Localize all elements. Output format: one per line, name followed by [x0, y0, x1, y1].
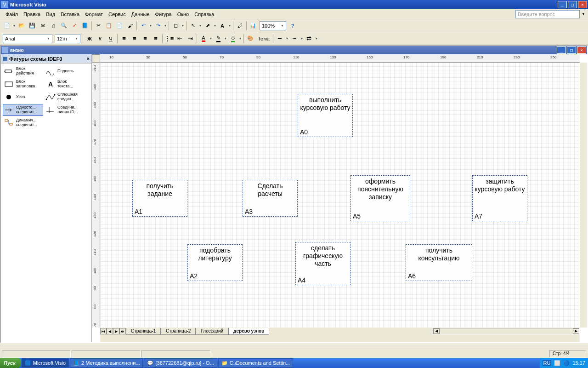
align-left-button[interactable]: ≡ — [119, 34, 129, 44]
line-weight-button[interactable]: ━ — [275, 34, 285, 44]
maximize-button[interactable]: □ — [568, 1, 577, 8]
cut-button[interactable]: ✂ — [93, 21, 103, 31]
indent-dec-button[interactable]: ⇤ — [175, 34, 185, 44]
print-button[interactable]: 🖨 — [48, 21, 58, 31]
indent-inc-button[interactable]: ⇥ — [185, 34, 195, 44]
menu-data[interactable]: Данные — [129, 11, 153, 18]
new-button[interactable]: 📄 — [2, 21, 12, 31]
svg-rect-0 — [5, 70, 11, 73]
paste-button[interactable]: 📄 — [114, 21, 124, 31]
tray-icon-1[interactable]: ⬜ — [554, 360, 560, 366]
doc-maximize-button[interactable]: □ — [567, 46, 576, 54]
bold-button[interactable]: Ж — [85, 34, 95, 44]
align-justify-button[interactable]: ≡ — [151, 34, 161, 44]
node-a3[interactable]: Сделать расчетыA3 — [243, 180, 298, 217]
taskbar-item-visio[interactable]: 🟦Microsoft Visio — [22, 358, 69, 368]
mail-button[interactable]: ✉ — [38, 21, 48, 31]
menu-file[interactable]: Файл — [3, 11, 21, 18]
align-center-button[interactable]: ≡ — [130, 34, 140, 44]
font-combo[interactable]: Arial▼ — [3, 34, 52, 43]
spell-button[interactable]: ✓ — [69, 21, 79, 31]
menu-format[interactable]: Формат — [82, 11, 106, 18]
size-combo[interactable]: 12пт▼ — [55, 34, 80, 43]
shape-dynamic-conn[interactable]: Динамич... соединит... — [3, 117, 43, 129]
doc-minimize-button[interactable]: _ — [557, 46, 566, 54]
data-button[interactable]: 📊 — [248, 21, 258, 31]
node-a4[interactable]: сделать графическую частьA4 — [295, 242, 351, 285]
ink-button[interactable]: 🖊 — [235, 21, 245, 31]
page-tab-3[interactable]: Глоссарий — [196, 328, 228, 335]
node-a6[interactable]: получить консультациюA6 — [406, 244, 472, 281]
shape-solid-conn[interactable]: Сплошная соедин... — [44, 91, 85, 103]
tab-nav-prev[interactable]: ◀ — [107, 328, 113, 334]
zoom-combo[interactable]: 100%▼ — [260, 21, 286, 30]
shape-oneway-conn[interactable]: Односто... соединит... — [3, 104, 43, 116]
connector-button[interactable]: ⬈ — [203, 21, 213, 31]
align-right-button[interactable]: ≡ — [140, 34, 150, 44]
line-pattern-button[interactable]: ┅ — [289, 34, 300, 44]
node-a5[interactable]: оформить пояснительную запискуA5 — [351, 175, 410, 221]
doc-close-button[interactable]: ✕ — [577, 46, 586, 54]
menu-insert[interactable]: Вставка — [58, 11, 82, 18]
page-tab-4[interactable]: дерево узлов — [228, 328, 269, 335]
taskbar-item-word[interactable]: 📘2 Методика выполнени... — [70, 358, 143, 368]
underline-button[interactable]: Ч — [106, 34, 116, 44]
redo-button[interactable]: ↷ — [153, 21, 163, 31]
help-button[interactable]: ? — [288, 21, 298, 31]
pointer-button[interactable]: ↖ — [188, 21, 198, 31]
shape-action-block[interactable]: Блок действия — [3, 65, 43, 77]
tab-nav-first[interactable]: ⏮ — [100, 328, 107, 334]
vertical-scrollbar[interactable] — [580, 63, 587, 328]
copy-button[interactable]: 📋 — [104, 21, 114, 31]
node-a2[interactable]: подобрать литературуA2 — [187, 244, 243, 281]
help-dropdown-icon[interactable]: ▼ — [582, 12, 585, 16]
line-color-button[interactable]: ✎ — [213, 34, 223, 44]
text-button[interactable]: A — [217, 21, 227, 31]
node-a1[interactable]: получить заданиеA1 — [132, 180, 187, 217]
taskbar-item-explorer[interactable]: 📁C:\Documents and Settin... — [218, 358, 293, 368]
canvas[interactable]: выполнить курсовую работуA0 получить зад… — [100, 63, 580, 328]
theme-button[interactable]: 🎨 — [245, 34, 255, 44]
shape-title-block[interactable]: Блок заголовка — [3, 78, 43, 90]
save-button[interactable]: 💾 — [27, 21, 37, 31]
taskbar-item-qip[interactable]: 💬[367722681@qip.ru] - О... — [144, 358, 217, 368]
shape-text-block[interactable]: AБлок текста... — [44, 78, 85, 90]
undo-button[interactable]: ↶ — [138, 21, 148, 31]
open-button[interactable]: 📂 — [17, 21, 27, 31]
research-button[interactable]: 📘 — [80, 21, 90, 31]
menu-window[interactable]: Окно — [175, 11, 192, 18]
shape-label[interactable]: Подпись — [44, 65, 85, 77]
font-color-button[interactable]: A — [198, 34, 209, 44]
italic-button[interactable]: К — [95, 34, 105, 44]
help-search-input[interactable]: Введите вопрос — [515, 10, 580, 18]
menu-edit[interactable]: Правка — [21, 11, 43, 18]
h-scrollbar-track[interactable]: ◀ ▶ — [433, 328, 580, 334]
page-tab-1[interactable]: Страница-1 — [126, 328, 161, 335]
menu-help[interactable]: Справка — [192, 11, 217, 18]
bullets-button[interactable]: ⋮≡ — [164, 34, 174, 44]
close-button[interactable]: ✕ — [578, 1, 587, 8]
fill-color-button[interactable]: ◇ — [228, 34, 238, 44]
node-a0[interactable]: выполнить курсовую работуA0 — [298, 94, 353, 137]
minimize-button[interactable]: _ — [558, 1, 567, 8]
line-ends-button[interactable]: ⇄ — [304, 34, 314, 44]
tray-icon-2[interactable]: 🔵 — [563, 360, 570, 366]
shape-node[interactable]: Узел — [3, 91, 43, 103]
preview-button[interactable]: 🔍 — [59, 21, 69, 31]
tab-nav-last[interactable]: ⏭ — [119, 328, 126, 334]
tray-clock[interactable]: 15:17 — [572, 360, 585, 366]
page-tab-2[interactable]: Страница-2 — [161, 328, 196, 335]
node-a7[interactable]: защитить курсовую работуA7 — [472, 175, 527, 221]
menu-tools[interactable]: Сервис — [106, 11, 129, 18]
system-tray[interactable]: RU ⬜ 🔵 15:17 — [540, 358, 588, 368]
shapes-close-button[interactable]: × — [86, 56, 90, 62]
tray-lang[interactable]: RU — [543, 360, 552, 366]
start-button[interactable]: Пуск — [0, 358, 21, 368]
ruler-corner — [92, 54, 100, 63]
format-painter-button[interactable]: 🖌 — [125, 21, 135, 31]
tab-nav-next[interactable]: ▶ — [113, 328, 119, 334]
shape-id-conn[interactable]: Соедини... линия ID... — [44, 104, 85, 116]
menu-view[interactable]: Вид — [43, 11, 58, 18]
shapes-button[interactable]: ◻ — [170, 21, 181, 31]
menu-shape[interactable]: Фигура — [153, 11, 175, 18]
